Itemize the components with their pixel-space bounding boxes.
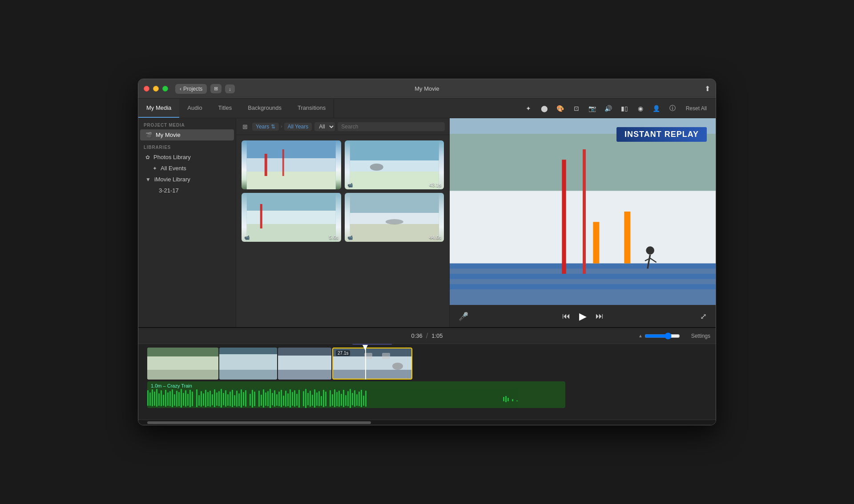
svg-rect-89 (243, 392, 244, 406)
timeline-scrollbar[interactable] (138, 420, 716, 425)
audio-icon[interactable]: 🔊 (602, 102, 615, 115)
video-clip-3[interactable] (278, 348, 331, 380)
volume-slider[interactable] (645, 332, 680, 340)
overlay-icon[interactable]: 👤 (650, 102, 663, 115)
svg-rect-78 (218, 391, 220, 406)
search-input[interactable] (338, 122, 445, 131)
info-icon[interactable]: ⓘ (666, 102, 679, 115)
minimize-button[interactable] (153, 86, 159, 92)
app-window: ‹ Projects ⊞ ↓ My Movie ⬆ My Media Audio… (138, 79, 716, 425)
controls-inner: 🎤 ⏮ ▶ ⏭ ⤢ (450, 311, 716, 322)
speedometer-icon[interactable]: ◉ (634, 102, 647, 115)
svg-rect-120 (318, 391, 320, 406)
svg-rect-144 (512, 399, 513, 401)
sidebar-item-photos-library[interactable]: ✿ Photos Library (140, 152, 234, 163)
sidebar-item-imovie-library[interactable]: ▼ iMovie Library (140, 174, 234, 185)
media-clip-1[interactable] (242, 140, 341, 189)
svg-rect-51 (156, 389, 157, 407)
tab-backgrounds[interactable]: Backgrounds (240, 99, 290, 118)
fullscreen-button[interactable]: ⤢ (700, 312, 707, 321)
sidebar-item-all-events[interactable]: ✦ All Events (140, 163, 234, 174)
svg-rect-59 (174, 394, 175, 406)
skip-forward-button[interactable]: ⏭ (596, 312, 604, 321)
svg-rect-123 (325, 392, 326, 406)
svg-rect-115 (307, 393, 309, 405)
breadcrumb-years[interactable]: Years ⇅ (252, 123, 279, 131)
svg-rect-145 (516, 400, 518, 401)
grid-toggle-button[interactable]: ⊞ (241, 122, 250, 131)
media-clip-3[interactable]: 📹 5.6s (242, 193, 341, 242)
star-icon: ✦ (153, 165, 157, 172)
libraries-label: LIBRARIES (138, 140, 236, 152)
camera-icon[interactable]: 📷 (586, 102, 599, 115)
svg-rect-88 (241, 389, 242, 408)
svg-rect-109 (292, 392, 293, 406)
total-time: 1:05 (431, 332, 443, 339)
timeline-content[interactable]: 7.6s – INSTANT... 27.1s (138, 344, 716, 420)
scrollbar-thumb[interactable] (147, 421, 371, 424)
editor-tools: ✦ ⬤ 🎨 ⊡ 📷 🔊 ▮▯ ◉ 👤 ⓘ Reset All (334, 102, 716, 115)
video-clip-1[interactable] (147, 348, 218, 380)
reset-all-button[interactable]: Reset All (682, 104, 710, 113)
sidebar-item-my-movie[interactable]: 🎬 My Movie (140, 129, 234, 140)
chart-icon[interactable]: ▮▯ (618, 102, 631, 115)
svg-rect-65 (187, 394, 189, 406)
clip-thumbnail-1 (242, 140, 341, 189)
svg-rect-83 (230, 392, 231, 406)
svg-rect-24 (562, 160, 566, 274)
svg-rect-112 (298, 390, 300, 408)
video-clip-2[interactable] (219, 348, 277, 380)
crop-icon[interactable]: ⊡ (570, 102, 583, 115)
share-button[interactable]: ⬆ (705, 84, 710, 93)
volume-icon: ▲ (638, 333, 643, 338)
download-button[interactable]: ↓ (225, 84, 235, 93)
svg-rect-91 (250, 394, 251, 406)
close-button[interactable] (144, 86, 149, 92)
svg-rect-116 (310, 391, 311, 407)
color-tool-icon[interactable]: ⬤ (538, 102, 551, 115)
palette-icon[interactable]: 🎨 (554, 102, 567, 115)
audio-track[interactable]: 1.0m – Crazy Train // Generate waveform … (147, 381, 565, 408)
preview-controls: 🎤 ⏮ ▶ ⏭ ⤢ (450, 305, 716, 327)
media-clip-4[interactable]: 📹 44.6s (345, 193, 444, 242)
svg-rect-85 (234, 395, 235, 406)
clip-preview-svg-1 (242, 140, 341, 189)
grid-view-button[interactable]: ⊞ (210, 84, 222, 93)
playhead[interactable] (365, 348, 366, 380)
svg-rect-139 (363, 396, 364, 406)
breadcrumb-all-years[interactable]: All Years (284, 123, 312, 131)
clip-1-preview (147, 348, 218, 380)
tab-transitions[interactable]: Transitions (290, 99, 334, 118)
media-tabs: My Media Audio Titles Backgrounds Transi… (138, 99, 334, 118)
svg-rect-92 (252, 390, 253, 408)
settings-button[interactable]: Settings (691, 333, 710, 339)
svg-rect-55 (165, 390, 166, 407)
triangle-icon: ▼ (145, 176, 151, 183)
svg-rect-126 (334, 389, 335, 407)
svg-rect-121 (321, 396, 322, 406)
sidebar-item-date[interactable]: 3-21-17 (140, 185, 234, 196)
skip-back-button[interactable]: ⏮ (562, 312, 570, 321)
window-title: My Movie (415, 85, 439, 92)
svg-rect-106 (285, 391, 286, 407)
play-button[interactable]: ▶ (579, 311, 587, 322)
svg-rect-124 (330, 390, 331, 407)
tab-my-media[interactable]: My Media (138, 99, 179, 118)
main-content: PROJECT MEDIA 🎬 My Movie LIBRARIES ✿ Pho… (138, 118, 716, 327)
svg-rect-99 (270, 389, 271, 408)
audio-track-container: 1.0m – Crazy Train // Generate waveform … (147, 381, 707, 408)
tab-titles[interactable]: Titles (210, 99, 240, 118)
magic-wand-icon[interactable]: ✦ (522, 102, 535, 115)
projects-button[interactable]: ‹ Projects (175, 84, 207, 94)
svg-rect-2 (247, 172, 336, 189)
maximize-button[interactable] (162, 86, 168, 92)
microphone-button[interactable]: 🎤 (459, 312, 468, 321)
media-clip-2[interactable]: 📹 43.1s (345, 140, 444, 189)
tab-audio[interactable]: Audio (179, 99, 210, 118)
svg-rect-1 (247, 158, 336, 172)
svg-rect-34 (147, 370, 218, 380)
video-clip-selected[interactable]: 27.1s (332, 348, 412, 380)
svg-point-46 (392, 363, 403, 370)
filter-dropdown[interactable]: All (314, 122, 335, 131)
timeline: 0:36 / 1:05 ▲ Settings (138, 327, 716, 425)
